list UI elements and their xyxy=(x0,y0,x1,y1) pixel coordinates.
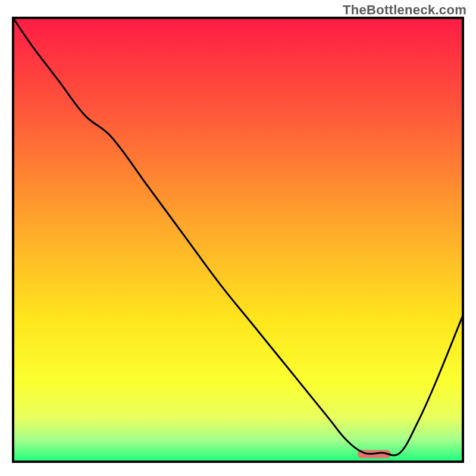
plot-background xyxy=(13,18,463,462)
plot-area xyxy=(13,18,463,462)
line-chart xyxy=(0,0,476,476)
chart-container: TheBottleneck.com xyxy=(0,0,476,476)
